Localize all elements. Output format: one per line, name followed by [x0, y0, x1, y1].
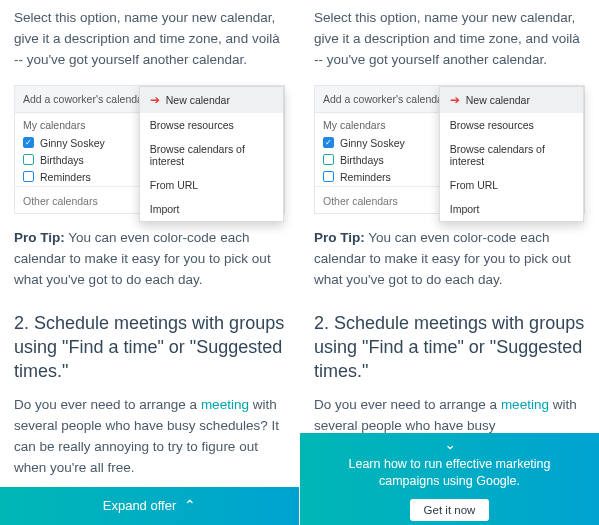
dropdown-item-label: Import: [450, 203, 480, 215]
checkbox-icon[interactable]: ✓: [23, 137, 34, 148]
dropdown-item-new-calendar[interactable]: ➔ New calendar: [440, 87, 583, 113]
dropdown-item-label: From URL: [150, 179, 198, 191]
add-calendar-dropdown: ➔ New calendar Browse resources Browse c…: [439, 86, 584, 222]
dropdown-item-label: New calendar: [466, 94, 530, 106]
add-calendar-dropdown: ➔ New calendar Browse resources Browse c…: [139, 86, 284, 222]
dropdown-item-new-calendar[interactable]: ➔ New calendar: [140, 87, 283, 113]
section-heading: 2. Schedule meetings with groups using "…: [314, 311, 585, 384]
intro-text: Select this option, name your new calend…: [314, 8, 585, 71]
calendar-item-label: Ginny Soskey: [40, 137, 105, 149]
dropdown-item[interactable]: Browse resources: [140, 113, 283, 137]
dropdown-item[interactable]: Browse resources: [440, 113, 583, 137]
para2: Do you ever need to arrange a meeting wi…: [314, 395, 585, 437]
protip-text: Pro Tip: You can even color-code each ca…: [314, 228, 585, 291]
calendar-item-label: Ginny Soskey: [340, 137, 405, 149]
dropdown-item[interactable]: From URL: [140, 173, 283, 197]
dropdown-item-label: New calendar: [166, 94, 230, 106]
offer-banner: ⌃ Learn how to run effective marketing c…: [300, 433, 599, 525]
expand-offer-banner[interactable]: Expand offer ⌃: [0, 487, 299, 525]
meeting-link[interactable]: meeting: [201, 397, 249, 412]
para2-part: Do you ever need to arrange a: [14, 397, 201, 412]
calendar-item-label: Reminders: [340, 171, 391, 183]
calendar-widget: Add a coworker's calendar + My calendars…: [14, 85, 285, 214]
banner-message: Learn how to run effective marketing cam…: [318, 456, 581, 491]
section-heading: 2. Schedule meetings with groups using "…: [14, 311, 285, 384]
intro-text: Select this option, name your new calend…: [14, 8, 285, 71]
dropdown-item[interactable]: Browse calendars of interest: [440, 137, 583, 173]
dropdown-item-label: Browse resources: [450, 119, 534, 131]
protip-text: Pro Tip: You can even color-code each ca…: [14, 228, 285, 291]
dropdown-item-label: Browse calendars of interest: [450, 143, 573, 167]
dropdown-item[interactable]: Import: [140, 197, 283, 221]
protip-label: Pro Tip:: [14, 230, 65, 245]
add-coworker-label: Add a coworker's calendar: [323, 93, 446, 105]
calendar-widget: Add a coworker's calendar + My calendars…: [314, 85, 585, 214]
protip-label: Pro Tip:: [314, 230, 365, 245]
checkbox-icon[interactable]: [323, 171, 334, 182]
meeting-link[interactable]: meeting: [501, 397, 549, 412]
dropdown-item-label: Browse resources: [150, 119, 234, 131]
expand-offer-label: Expand offer: [103, 498, 176, 513]
para2: Do you ever need to arrange a meeting wi…: [14, 395, 285, 479]
checkbox-icon[interactable]: [323, 154, 334, 165]
chevron-down-icon[interactable]: ⌃: [444, 436, 456, 452]
dropdown-item-label: Import: [150, 203, 180, 215]
pane-left: Select this option, name your new calend…: [0, 0, 299, 525]
dropdown-item[interactable]: Import: [440, 197, 583, 221]
get-it-now-button[interactable]: Get it now: [410, 499, 490, 521]
checkbox-icon[interactable]: [23, 171, 34, 182]
dropdown-item-label: From URL: [450, 179, 498, 191]
arrow-icon: ➔: [150, 93, 160, 107]
checkbox-icon[interactable]: [23, 154, 34, 165]
pane-right: Select this option, name your new calend…: [300, 0, 599, 525]
para2-part: Do you ever need to arrange a: [314, 397, 501, 412]
calendar-item-label: Reminders: [40, 171, 91, 183]
add-coworker-label: Add a coworker's calendar: [23, 93, 146, 105]
dropdown-item[interactable]: Browse calendars of interest: [140, 137, 283, 173]
chevron-up-icon: ⌃: [184, 497, 196, 513]
dropdown-item[interactable]: From URL: [440, 173, 583, 197]
calendar-item-label: Birthdays: [340, 154, 384, 166]
checkbox-icon[interactable]: ✓: [323, 137, 334, 148]
dropdown-item-label: Browse calendars of interest: [150, 143, 273, 167]
calendar-item-label: Birthdays: [40, 154, 84, 166]
arrow-icon: ➔: [450, 93, 460, 107]
